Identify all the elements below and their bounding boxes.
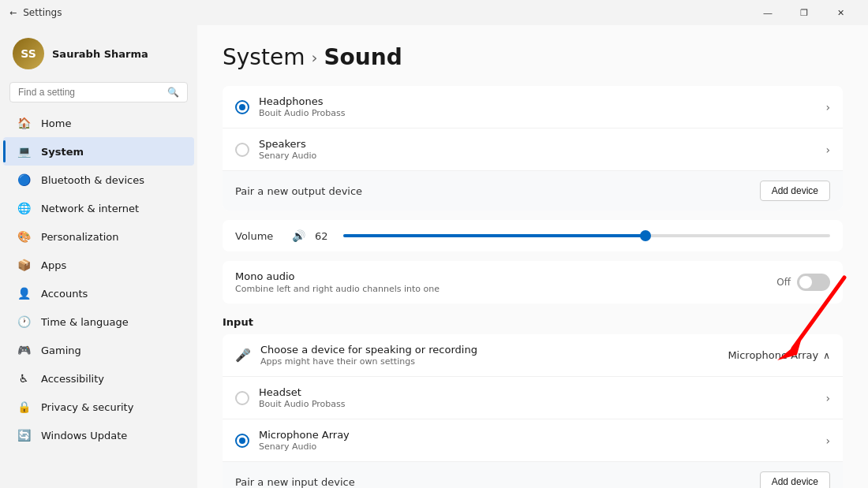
breadcrumb-separator: ›	[311, 48, 317, 67]
sidebar-item-label: Gaming	[41, 345, 81, 356]
volume-output-thumb[interactable]	[640, 230, 651, 241]
avatar-initials: SS	[21, 47, 36, 60]
sidebar-item-home[interactable]: 🏠 Home	[3, 109, 194, 137]
search-box[interactable]: 🔍	[9, 82, 188, 102]
input-device-row-headset[interactable]: Headset Bouit Audio Probass ›	[223, 377, 843, 419]
chevron-right-icon: ›	[825, 101, 830, 114]
app-body: SS Saurabh Sharma 🔍 🏠 Home 💻 System 🔵 Bl…	[0, 25, 868, 488]
radio-inner	[239, 104, 245, 110]
mono-toggle-label: Off	[776, 277, 791, 288]
breadcrumb-parent: System	[223, 44, 305, 70]
sidebar-item-label: Personalization	[41, 231, 119, 243]
chevron-right-icon: ›	[825, 143, 830, 156]
accounts-icon: 👤	[16, 285, 32, 301]
sidebar-item-time[interactable]: 🕐 Time & language	[3, 307, 194, 336]
search-icon: 🔍	[167, 87, 179, 98]
input-device-row-mic-array[interactable]: Microphone Array Senary Audio ›	[223, 419, 843, 461]
bluetooth-icon: 🔵	[16, 172, 32, 188]
title-bar-left: ← Settings	[9, 7, 62, 18]
sidebar-item-label: Home	[41, 117, 71, 129]
output-device-row-headphones[interactable]: Headphones Bouit Audio Probass ›	[223, 86, 843, 129]
radio-inner-input	[239, 438, 245, 444]
volume-output-value: 62	[315, 230, 334, 242]
mono-audio-title: Mono audio	[235, 270, 440, 282]
chevron-right-input-icon: ›	[825, 434, 830, 447]
pair-input-row: Pair a new input device Add device	[223, 461, 843, 488]
volume-output-label: Volume	[235, 230, 282, 242]
sidebar-item-label: Accounts	[41, 288, 88, 300]
device-name-input-headset: Headset	[259, 386, 825, 398]
sidebar-item-bluetooth[interactable]: 🔵 Bluetooth & devices	[3, 166, 194, 194]
device-info-headphones: Headphones Bouit Audio Probass	[259, 95, 825, 118]
breadcrumb: System › Sound	[223, 44, 843, 70]
sidebar-item-label: Bluetooth & devices	[41, 174, 144, 186]
volume-icon: 🔊	[292, 229, 305, 242]
sidebar-item-accounts[interactable]: 👤 Accounts	[3, 279, 194, 307]
device-info-input-mic-array: Microphone Array Senary Audio	[259, 429, 825, 452]
toggle-knob	[799, 276, 812, 289]
sidebar-item-system[interactable]: 💻 System	[3, 137, 194, 166]
avatar: SS	[13, 38, 44, 69]
choose-input-device-row[interactable]: 🎤 Choose a device for speaking or record…	[223, 334, 843, 377]
main-content: System › Sound Headphones Bouit Audio Pr…	[197, 25, 868, 488]
device-info-input-headset: Headset Bouit Audio Probass	[259, 386, 825, 409]
device-sub-input-mic-array: Senary Audio	[259, 441, 825, 452]
chevron-right-input-icon: ›	[825, 392, 830, 404]
radio-input-headset	[235, 391, 249, 405]
mono-toggle-wrap: Off	[776, 274, 830, 291]
system-icon: 💻	[16, 143, 32, 159]
gaming-icon: 🎮	[16, 342, 32, 358]
user-profile[interactable]: SS Saurabh Sharma	[0, 32, 197, 82]
radio-speakers	[235, 143, 249, 157]
accessibility-icon: ♿	[16, 371, 32, 386]
mono-audio-row: Mono audio Combine left and right audio …	[223, 261, 843, 304]
mono-audio-subtitle: Combine left and right audio channels in…	[235, 284, 440, 294]
device-sub-speakers: Senary Audio	[259, 151, 825, 161]
radio-input-mic-array	[235, 434, 249, 448]
nav-items: 🏠 Home 💻 System 🔵 Bluetooth & devices 🌐 …	[0, 109, 197, 449]
chevron-up-icon: ∧	[823, 350, 830, 361]
volume-output-slider[interactable]	[343, 234, 830, 237]
add-output-device-button[interactable]: Add device	[760, 181, 830, 201]
back-icon[interactable]: ←	[9, 8, 17, 18]
sidebar-item-label: Time & language	[41, 316, 129, 328]
device-info-speakers: Speakers Senary Audio	[259, 138, 825, 161]
input-device-selector: 🎤 Choose a device for speaking or record…	[223, 334, 843, 488]
sidebar-item-gaming[interactable]: 🎮 Gaming	[3, 336, 194, 364]
sidebar-item-label: Apps	[41, 259, 66, 271]
device-sub-input-headset: Bouit Audio Probass	[259, 399, 825, 409]
personalization-icon: 🎨	[16, 229, 32, 244]
user-name: Saurabh Sharma	[52, 48, 148, 60]
sidebar-item-label: Network & internet	[41, 203, 139, 214]
minimize-button[interactable]: —	[750, 0, 786, 25]
input-section-header: Input	[223, 316, 843, 328]
add-input-device-button[interactable]: Add device	[760, 471, 830, 488]
restore-button[interactable]: ❐	[786, 0, 822, 25]
sidebar-item-label: Windows Update	[41, 430, 127, 441]
sidebar-item-label: Accessibility	[41, 373, 104, 385]
title-bar: ← Settings — ❐ ✕	[0, 0, 868, 25]
device-name-headphones: Headphones	[259, 95, 825, 107]
sidebar-item-update[interactable]: 🔄 Windows Update	[3, 421, 194, 449]
selected-input-device: Microphone Array	[728, 349, 818, 361]
choose-input-left: 🎤 Choose a device for speaking or record…	[235, 344, 477, 367]
sidebar-item-apps[interactable]: 📦 Apps	[3, 251, 194, 279]
output-device-row-speakers[interactable]: Speakers Senary Audio ›	[223, 129, 843, 170]
sidebar-item-accessibility[interactable]: ♿ Accessibility	[3, 364, 194, 393]
update-icon: 🔄	[16, 427, 32, 443]
title-bar-controls: — ❐ ✕	[750, 0, 859, 25]
volume-output-fill	[343, 234, 645, 237]
output-devices-card: Headphones Bouit Audio Probass › Speaker…	[223, 86, 843, 210]
pair-output-label: Pair a new output device	[235, 185, 362, 197]
window-title: Settings	[23, 7, 62, 18]
search-input[interactable]	[18, 87, 161, 98]
pair-output-row: Pair a new output device Add device	[223, 170, 843, 210]
close-button[interactable]: ✕	[822, 0, 859, 25]
choose-input-right: Microphone Array ∧	[728, 349, 830, 361]
sidebar-item-privacy[interactable]: 🔒 Privacy & security	[3, 393, 194, 421]
mono-toggle[interactable]	[797, 274, 830, 291]
device-name-speakers: Speakers	[259, 138, 825, 150]
sidebar-item-personalization[interactable]: 🎨 Personalization	[3, 222, 194, 251]
sidebar-item-network[interactable]: 🌐 Network & internet	[3, 194, 194, 222]
home-icon: 🏠	[16, 115, 32, 131]
